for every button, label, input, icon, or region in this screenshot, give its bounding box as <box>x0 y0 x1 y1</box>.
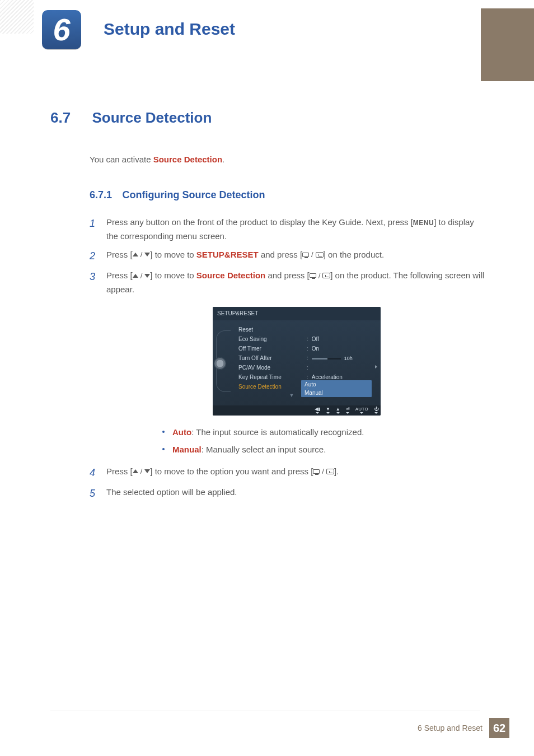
intro-highlight: Source Detection <box>153 155 222 164</box>
step-number: 1 <box>90 216 106 244</box>
osd-val-empty <box>307 325 375 334</box>
osd-val-srcdet: : <box>307 382 375 391</box>
osd-item-turnoff: Turn Off After <box>238 353 305 363</box>
step-4: 4 Press [/] to move to the option you wa… <box>90 465 487 482</box>
osd-nav-bar: ◀▮ ▼ ▲ ⏎ AUTO ⏻ <box>213 405 381 416</box>
osd-val-keyrepeat: :Acceleration <box>307 372 375 382</box>
osd-menu-list: Reset Eco Saving Off Timer Turn Off Afte… <box>238 325 305 400</box>
step-5: 5 The selected option will be applied. <box>90 486 487 502</box>
bullet-desc: Manually select an input source. <box>206 445 326 454</box>
step-body: Press [/] to move to Source Detection an… <box>106 269 487 460</box>
step-1: 1 Press any button on the front of the p… <box>90 216 487 244</box>
up-down-icon: / <box>133 465 151 477</box>
footer-chapter-label: 6 Setup and Reset <box>418 724 483 732</box>
page-number: 62 <box>489 718 509 738</box>
subsection-number: 6.7.1 <box>90 189 112 200</box>
osd-item-pcav: PC/AV Mode <box>238 363 305 372</box>
osd-val-pcav: : <box>307 363 375 372</box>
chapter-badge: 6 <box>42 10 81 49</box>
up-down-icon: / <box>133 249 151 260</box>
intro-post: . <box>222 155 224 164</box>
step-body: Press any button on the front of the pro… <box>106 216 487 244</box>
intro-pre: You can activate <box>90 155 153 164</box>
bullet-desc: The input source is automatically recogn… <box>196 427 364 437</box>
step-list: 1 Press any button on the front of the p… <box>90 216 487 502</box>
section-intro: You can activate Source Detection. <box>90 155 487 164</box>
nav-down-icon: ▼ <box>326 407 330 414</box>
bullet-auto: Auto: The input source is automatically … <box>162 426 487 440</box>
chevron-right-icon <box>375 365 377 368</box>
osd-item-offtimer: Off Timer <box>238 344 305 353</box>
section-number: 6.7 <box>50 109 90 127</box>
osd-screenshot: SETUP&RESET Auto Manual Reset Eco Saving <box>213 307 381 416</box>
osd-val-turnoff: :10h <box>307 353 375 363</box>
osd-title: SETUP&RESET <box>213 307 381 321</box>
step-number: 5 <box>90 486 106 502</box>
nav-up-icon: ▲ <box>336 407 340 414</box>
step-2: 2 Press [/] to move to SETUP&RESET and p… <box>90 248 487 265</box>
slider-icon <box>312 358 341 360</box>
nav-back-icon: ◀▮ <box>315 407 320 414</box>
subsection-title: Configuring Source Detection <box>123 189 265 200</box>
menu-button-label: MENU <box>413 219 434 227</box>
section-heading: 6.7 Source Detection <box>50 109 487 127</box>
step-body: The selected option will be applied. <box>106 486 487 502</box>
step-number: 4 <box>90 465 106 482</box>
osd-item-reset: Reset <box>238 325 305 334</box>
up-down-icon: / <box>133 270 151 282</box>
footer-divider <box>50 711 480 711</box>
source-enter-icon: / <box>302 249 324 260</box>
bullet-dot-icon <box>162 431 165 433</box>
decorative-side-band <box>481 8 534 81</box>
osd-item-sourcedetection: Source Detection <box>238 382 305 391</box>
nav-enter-icon: ⏎ <box>346 407 350 414</box>
step-3: 3 Press [/] to move to Source Detection … <box>90 269 487 460</box>
osd-val-eco: :Off <box>307 334 375 344</box>
bullet-label: Auto <box>172 427 191 437</box>
chapter-title: Setup and Reset <box>104 20 235 39</box>
osd-body: Auto Manual Reset Eco Saving Off Timer T… <box>213 320 381 405</box>
bullet-manual: Manual: Manually select an input source. <box>162 443 487 457</box>
step-body: Press [/] to move to the option you want… <box>106 465 487 482</box>
bullet-dot-icon <box>162 448 165 450</box>
nav-auto-label: AUTO <box>355 407 368 414</box>
chapter-number: 6 <box>53 14 70 45</box>
step-number: 3 <box>90 269 106 460</box>
section-title: Source Detection <box>92 109 212 126</box>
nav-power-icon: ⏻ <box>374 407 378 414</box>
source-enter-icon: / <box>310 270 331 282</box>
step-highlight: SETUP&RESET <box>196 250 259 259</box>
option-bullets: Auto: The input source is automatically … <box>162 426 487 457</box>
osd-val-offtimer: :On <box>307 344 375 353</box>
step-highlight: Source Detection <box>196 270 265 280</box>
subsection-heading: 6.7.1 Configuring Source Detection <box>90 189 487 201</box>
osd-value-list: :Off :On :10h : :Acceleration : <box>307 325 375 400</box>
page-footer: 6 Setup and Reset 62 <box>418 718 509 738</box>
osd-item-keyrepeat: Key Repeat Time <box>238 372 305 382</box>
osd-item-eco: Eco Saving <box>238 334 305 344</box>
source-enter-icon: / <box>313 465 334 477</box>
step-body: Press [/] to move to SETUP&RESET and pre… <box>106 248 487 265</box>
step-number: 2 <box>90 248 106 265</box>
decorative-hatch <box>0 0 34 34</box>
bullet-label: Manual <box>172 445 202 454</box>
